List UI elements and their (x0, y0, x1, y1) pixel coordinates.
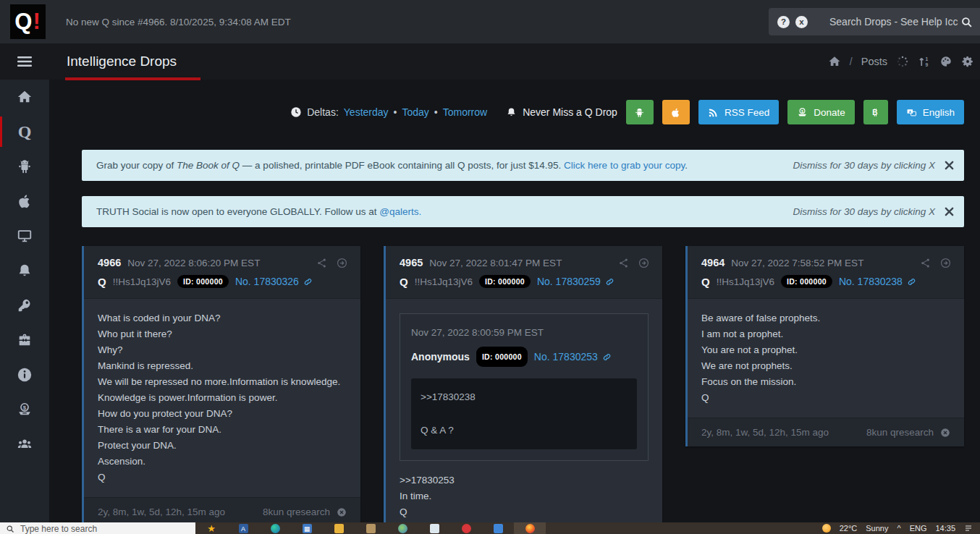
deltas-tomorrow-link[interactable]: Tomorrow (443, 106, 487, 118)
post-author: Q (701, 276, 710, 288)
taskbar-search[interactable]: Type here to search (0, 522, 195, 534)
post-line: We will be repressed no more.Information… (98, 374, 347, 390)
post-card-4965: 4965 Nov 27, 2022 8:01:47 PM EST Q !!Hs1… (384, 246, 662, 532)
help-icon[interactable]: ? (777, 16, 790, 28)
weather-temp[interactable]: 22°C (840, 524, 858, 533)
android-app-button[interactable] (626, 100, 654, 124)
sidebar-item-desktop-app[interactable] (0, 219, 49, 253)
open-post-icon[interactable] (638, 258, 649, 268)
nav-bar: Intelligence Drops / Posts 19 (0, 43, 980, 80)
calculator-icon[interactable]: ▦ (291, 522, 323, 534)
ios-app-button[interactable] (662, 100, 690, 124)
reply-reference[interactable]: >>17830238 (421, 389, 628, 405)
rss-feed-button[interactable]: RSS Feed (698, 100, 779, 124)
link-icon (605, 277, 614, 287)
sidebar-item-android-app[interactable] (0, 149, 49, 184)
firefox-browser-icon[interactable] (514, 522, 546, 534)
q-drops-icon: Q (18, 123, 32, 140)
sidebar-item-q-drops[interactable]: Q (0, 114, 49, 149)
sidebar-item-home[interactable] (0, 80, 49, 114)
bell-icon (17, 263, 33, 279)
sidebar-item-tools[interactable] (0, 323, 49, 357)
search-input[interactable] (814, 16, 960, 27)
sidebar-item-access-key[interactable] (0, 288, 49, 323)
site-logo[interactable]: Q! (10, 4, 46, 39)
notification-center-icon[interactable] (964, 524, 973, 533)
donation-icon: $ (797, 107, 808, 118)
never-miss-group[interactable]: Never Miss a Q Drop (506, 106, 617, 118)
post-line: Q (701, 390, 950, 406)
bell-icon (506, 106, 517, 118)
post-line: I am not a prophet. (701, 326, 950, 342)
qalerts-link[interactable]: @qalerts. (379, 206, 421, 217)
open-post-icon[interactable] (337, 258, 347, 268)
post-line: Mankind is repressed. (98, 358, 347, 374)
post-source: 8kun qresearch (866, 427, 934, 438)
reader-app-icon[interactable]: A (227, 522, 259, 534)
deltas-separator: • (434, 106, 438, 118)
maps-globe-icon[interactable] (386, 522, 418, 534)
post-date: Nov 27, 2022 8:01:47 PM EST (429, 258, 562, 268)
promo-suffix: . (685, 160, 688, 171)
news-interests-icon[interactable]: ★ (195, 522, 227, 534)
theme-palette-icon[interactable] (939, 55, 952, 68)
settings-gear-icon[interactable] (961, 55, 974, 68)
home-icon[interactable] (828, 55, 841, 68)
close-circle-icon[interactable] (940, 428, 950, 438)
share-icon[interactable] (316, 258, 327, 268)
donate-button[interactable]: $Donate (787, 100, 855, 124)
weather-sun-icon[interactable] (822, 524, 831, 533)
book-promo-link[interactable]: Click here to grab your copy (564, 160, 685, 171)
post-number-link[interactable]: No. 17830238 (839, 276, 916, 287)
edge-browser-icon[interactable] (259, 522, 291, 534)
post-number-link[interactable]: No. 17830326 (235, 276, 313, 287)
close-icon[interactable] (945, 161, 954, 170)
sidebar-item-ios-app[interactable] (0, 184, 49, 219)
weather-condition[interactable]: Sunny (866, 524, 888, 533)
share-icon[interactable] (618, 258, 629, 268)
sidebar-item-donate[interactable]: $ (0, 392, 49, 427)
bitcoin-button[interactable]: B (863, 100, 888, 124)
reply-reference[interactable]: >>17830253 (400, 472, 649, 488)
windows-taskbar: Type here to search ★ A ▦ 22°C Sunny ^ E… (0, 522, 980, 534)
file-explorer-icon[interactable] (323, 522, 355, 534)
post-number: 4966 (98, 257, 121, 268)
donation-icon: $ (17, 402, 33, 418)
open-post-icon[interactable] (940, 258, 951, 268)
menu-toggle-icon[interactable] (0, 56, 49, 67)
tray-chevron-icon[interactable]: ^ (897, 524, 900, 533)
post-number: 4964 (701, 257, 725, 268)
breadcrumb-current: Posts (861, 56, 887, 67)
clock[interactable]: 14:35 (935, 524, 955, 533)
link-icon (907, 277, 916, 287)
language-button[interactable]: AEnglish (897, 100, 964, 124)
share-icon[interactable] (920, 258, 931, 268)
sidebar-item-community[interactable] (0, 427, 49, 462)
search-icon[interactable] (960, 16, 973, 28)
movies-app-icon[interactable] (482, 522, 514, 534)
sidebar-item-notifications[interactable] (0, 253, 49, 288)
paint-app-icon[interactable] (355, 522, 386, 534)
left-sidebar: Q $ (0, 80, 49, 534)
sort-order-icon[interactable]: 19 (918, 55, 931, 68)
deltas-separator: • (394, 106, 397, 118)
close-circle-icon[interactable] (337, 507, 347, 517)
clear-search-icon[interactable]: x (795, 16, 808, 28)
search-icon (6, 525, 14, 533)
title-accent-bar (65, 77, 200, 80)
post-date: Nov 27, 2022 8:06:20 PM EST (127, 258, 260, 268)
post-line: Ascension. (98, 454, 347, 470)
post-footer: 2y, 8m, 1w, 5d, 12h, 15m ago 8kun qresea… (688, 418, 964, 446)
deltas-today-link[interactable]: Today (402, 106, 428, 118)
link-icon (303, 277, 313, 287)
post-age: 2y, 8m, 1w, 5d, 12h, 15m ago (98, 507, 225, 517)
sidebar-item-info[interactable] (0, 357, 49, 392)
notes-app-icon[interactable] (418, 522, 450, 534)
close-icon[interactable] (945, 207, 954, 216)
media-app-icon[interactable] (450, 522, 482, 534)
deltas-yesterday-link[interactable]: Yesterday (344, 106, 389, 118)
post-number-link[interactable]: No. 17830259 (537, 276, 614, 287)
language-indicator[interactable]: ENG (910, 524, 927, 533)
post-age: 2y, 8m, 1w, 5d, 12h, 15m ago (701, 427, 829, 438)
post-number-link[interactable]: No. 17830253 (534, 349, 612, 365)
